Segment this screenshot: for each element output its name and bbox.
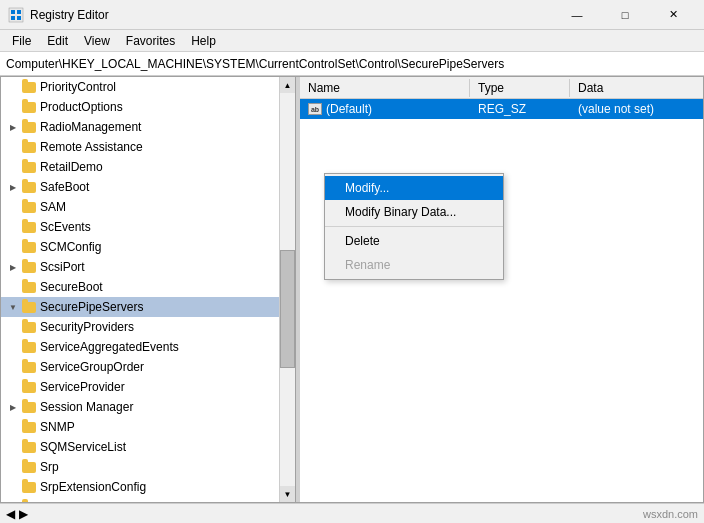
tree-item[interactable]: ProductOptions	[1, 97, 295, 117]
expander-icon	[5, 219, 21, 235]
tree-item[interactable]: ServiceGroupOrder	[1, 357, 295, 377]
tree-item[interactable]: SQMServiceList	[1, 437, 295, 457]
col-header-data[interactable]: Data	[570, 79, 703, 97]
tree-label: Remote Assistance	[40, 140, 143, 154]
tree-label: SNMP	[40, 420, 75, 434]
scroll-track[interactable]	[280, 93, 295, 486]
tree-label: PriorityControl	[40, 80, 116, 94]
svg-rect-1	[11, 10, 15, 14]
title-bar: Registry Editor — □ ✕	[0, 0, 704, 30]
tree-item-remote-assistance[interactable]: Remote Assistance	[1, 137, 295, 157]
tree-item[interactable]: SCMConfig	[1, 237, 295, 257]
minimize-button[interactable]: —	[554, 0, 600, 30]
tree-item[interactable]: Srp	[1, 457, 295, 477]
title-controls: — □ ✕	[554, 0, 696, 30]
folder-icon	[21, 379, 37, 395]
scroll-right-btn[interactable]: ▶	[19, 507, 28, 521]
tree-label: SafeBoot	[40, 180, 89, 194]
folder-icon	[21, 199, 37, 215]
expander-icon	[5, 339, 21, 355]
tree-label: Session Manager	[40, 400, 133, 414]
expander-icon: ▶	[5, 399, 21, 415]
expander-icon	[5, 199, 21, 215]
right-panel: Name Type Data ab (Default) REG_SZ (valu…	[300, 77, 703, 502]
menu-bar: File Edit View Favorites Help	[0, 30, 704, 52]
tree-label: SQMServiceList	[40, 440, 126, 454]
scroll-down-button[interactable]: ▼	[280, 486, 295, 502]
expander-icon	[5, 459, 21, 475]
tree-item[interactable]: ServiceAggregatedEvents	[1, 337, 295, 357]
tree-label: SAM	[40, 200, 66, 214]
tree-item[interactable]: PriorityControl	[1, 77, 295, 97]
col-header-name[interactable]: Name	[300, 79, 470, 97]
context-menu-item-delete[interactable]: Delete	[325, 229, 503, 253]
expander-icon	[5, 239, 21, 255]
address-bar[interactable]: Computer\HKEY_LOCAL_MACHINE\SYSTEM\Curre…	[0, 52, 704, 76]
menu-edit[interactable]: Edit	[39, 32, 76, 50]
list-header: Name Type Data	[300, 77, 703, 99]
close-button[interactable]: ✕	[650, 0, 696, 30]
tree-item[interactable]: SecureBoot	[1, 277, 295, 297]
tree-item[interactable]: SNMP	[1, 417, 295, 437]
tree-label: ScEvents	[40, 220, 91, 234]
folder-icon	[21, 219, 37, 235]
tree-label: StillImage	[40, 500, 93, 502]
tree-content[interactable]: PriorityControl ProductOptions ▶ RadioMa…	[1, 77, 295, 502]
tree-label: SecurePipeServers	[40, 300, 143, 314]
tree-item[interactable]: RetailDemo	[1, 157, 295, 177]
context-menu-item-modify[interactable]: Modify...	[325, 176, 503, 200]
expander-icon	[5, 419, 21, 435]
tree-label: RadioManagement	[40, 120, 141, 134]
expander-icon	[5, 319, 21, 335]
tree-item[interactable]: ▶ SafeBoot	[1, 177, 295, 197]
tree-item[interactable]: ServiceProvider	[1, 377, 295, 397]
list-cell-data: (value not set)	[570, 100, 703, 118]
list-content[interactable]: ab (Default) REG_SZ (value not set)	[300, 99, 703, 502]
tree-scrollbar[interactable]: ▲ ▼	[279, 77, 295, 502]
tree-label: SCMConfig	[40, 240, 101, 254]
expander-icon: ▶	[5, 119, 21, 135]
menu-help[interactable]: Help	[183, 32, 224, 50]
svg-rect-2	[17, 10, 21, 14]
col-header-type[interactable]: Type	[470, 79, 570, 97]
list-row[interactable]: ab (Default) REG_SZ (value not set)	[300, 99, 703, 119]
menu-view[interactable]: View	[76, 32, 118, 50]
tree-item[interactable]: SAM	[1, 197, 295, 217]
expander-icon	[5, 79, 21, 95]
maximize-button[interactable]: □	[602, 0, 648, 30]
folder-icon	[21, 479, 37, 495]
folder-icon	[21, 459, 37, 475]
tree-label: ServiceGroupOrder	[40, 360, 144, 374]
tree-label: ServiceProvider	[40, 380, 125, 394]
menu-file[interactable]: File	[4, 32, 39, 50]
scroll-up-button[interactable]: ▲	[280, 77, 295, 93]
folder-icon	[21, 499, 37, 502]
tree-item-securepipe[interactable]: ▼ SecurePipeServers	[1, 297, 295, 317]
tree-item[interactable]: SrpExtensionConfig	[1, 477, 295, 497]
tree-label: SecurityProviders	[40, 320, 134, 334]
menu-favorites[interactable]: Favorites	[118, 32, 183, 50]
folder-icon	[21, 319, 37, 335]
tree-item[interactable]: StillImage	[1, 497, 295, 502]
ab-icon: ab	[308, 103, 322, 115]
context-menu-separator	[325, 226, 503, 227]
tree-panel: PriorityControl ProductOptions ▶ RadioMa…	[1, 77, 296, 502]
tree-item[interactable]: ScEvents	[1, 217, 295, 237]
scroll-left-btn[interactable]: ◀	[6, 507, 15, 521]
context-menu: Modify... Modify Binary Data... Delete R…	[324, 173, 504, 280]
context-menu-item-modify-binary[interactable]: Modify Binary Data...	[325, 200, 503, 224]
tree-item[interactable]: SecurityProviders	[1, 317, 295, 337]
expander-icon	[5, 279, 21, 295]
tree-item-session-manager[interactable]: ▶ Session Manager	[1, 397, 295, 417]
folder-icon	[21, 159, 37, 175]
list-cell-name: ab (Default)	[300, 100, 470, 118]
expander-icon	[5, 159, 21, 175]
tree-item[interactable]: ▶ ScsiPort	[1, 257, 295, 277]
scroll-thumb[interactable]	[280, 250, 295, 368]
folder-icon	[21, 339, 37, 355]
expander-icon	[5, 499, 21, 502]
watermark: wsxdn.com	[643, 508, 698, 520]
expander-icon: ▶	[5, 179, 21, 195]
tree-item[interactable]: ▶ RadioManagement	[1, 117, 295, 137]
folder-icon	[21, 419, 37, 435]
